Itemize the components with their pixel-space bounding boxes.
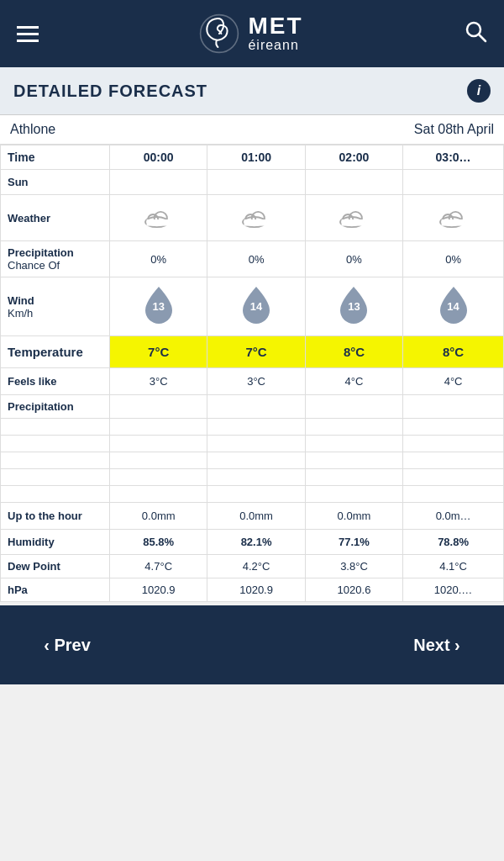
temp-01: 7°C [207,336,305,368]
time-03: 03:0… [403,145,504,170]
humidity-row: Humidity 85.8% 82.1% 77.1% 78.8% [1,530,504,555]
svg-rect-18 [441,219,464,226]
time-label: Time [1,145,110,170]
temp-00: 7°C [110,336,207,368]
time-00: 00:00 [110,145,207,170]
empty-row-3 [1,452,504,469]
search-icon [464,19,487,43]
hpa-label: hPa [1,578,110,602]
sun-01 [207,170,305,195]
app-header: MET éireann [0,0,504,67]
wind-03: 14 [403,277,504,336]
sun-row: Sun [1,170,504,195]
sun-03 [403,170,504,195]
section-title-bar: DETAILED FORECAST i [0,67,504,115]
empty-row-5 [1,486,504,503]
precip2-01 [207,395,305,419]
uphour-00: 0.0mm [110,503,207,530]
wind-label: Wind Km/h [1,277,110,336]
hpa-00: 1020.9 [110,578,207,602]
location-name: Athlone [10,122,55,137]
weather-01 [207,195,305,241]
humidity-label: Humidity [1,530,110,555]
empty-row-4 [1,469,504,486]
dewpoint-row: Dew Point 4.7°C 4.2°C 3.8°C 4.1°C [1,555,504,578]
nav-footer: ‹ Prev Next › [0,605,504,684]
time-01: 01:00 [207,145,305,170]
weather-00 [110,195,207,241]
feels-03: 4°C [403,368,504,395]
weather-row: Weather [1,195,504,241]
empty-row-1 [1,419,504,436]
nav-center-space [134,605,370,684]
uphour-01: 0.0mm [207,503,305,530]
logo-met: MET [248,14,302,38]
humidity-01: 82.1% [207,530,305,555]
temp-02: 8°C [305,336,402,368]
prev-button[interactable]: ‹ Prev [0,605,134,684]
dew-03: 4.1°C [403,555,504,578]
uphour-row: Up to the hour 0.0mm 0.0mm 0.0mm 0.0m… [1,503,504,530]
uphour-label: Up to the hour [1,503,110,530]
time-row: Time 00:00 01:00 02:00 03:0… [1,145,504,170]
forecast-table: Time 00:00 01:00 02:00 03:0… Sun Weather [0,145,504,602]
cloud-icon-00 [143,205,175,229]
location-date: Sat 08th April [414,122,494,137]
sun-label: Sun [1,170,110,195]
logo-spiral-icon [199,13,239,54]
feels-02: 4°C [305,368,402,395]
logo-eireann: éireann [248,38,302,53]
wind-01: 14 [207,277,305,336]
weather-label: Weather [1,195,110,241]
search-button[interactable] [464,19,487,48]
uphour-03: 0.0m… [403,503,504,530]
precip-01: 0% [207,241,305,277]
app-logo: MET éireann [199,13,302,54]
wind-02: 13 [305,277,402,336]
dew-label: Dew Point [1,555,110,578]
svg-rect-6 [146,219,169,226]
hpa-03: 1020.… [403,578,504,602]
svg-line-2 [479,34,486,41]
sun-00 [110,170,207,195]
precip2-label: Precipitation [1,395,110,419]
section-title: DETAILED FORECAST [13,82,207,101]
cloud-icon-03 [438,205,470,229]
cloud-icon-02 [338,205,370,229]
dew-01: 4.2°C [207,555,305,578]
cloud-icon-01 [240,205,272,229]
hpa-row: hPa 1020.9 1020.9 1020.6 1020.… [1,578,504,602]
feels-row: Feels like 3°C 3°C 4°C 4°C [1,368,504,395]
feels-label: Feels like [1,368,110,395]
svg-rect-10 [244,219,267,226]
humidity-00: 85.8% [110,530,207,555]
temp-row: Temperature 7°C 7°C 8°C 8°C [1,336,504,368]
dew-00: 4.7°C [110,555,207,578]
svg-rect-14 [342,219,365,226]
info-button[interactable]: i [467,79,491,103]
precip2-03 [403,395,504,419]
logo-text: MET éireann [248,14,302,53]
empty-row-2 [1,436,504,452]
wind-00: 13 [110,277,207,336]
weather-02 [305,195,402,241]
weather-03 [403,195,504,241]
precip-label: Precipitation Chance Of [1,241,110,277]
hpa-02: 1020.6 [305,578,402,602]
precip-03: 0% [403,241,504,277]
time-02: 02:00 [305,145,402,170]
humidity-02: 77.1% [305,530,402,555]
sun-02 [305,170,402,195]
menu-button[interactable] [17,26,39,42]
feels-00: 3°C [110,368,207,395]
forecast-table-wrapper: Time 00:00 01:00 02:00 03:0… Sun Weather [0,145,504,602]
location-bar: Athlone Sat 08th April [0,115,504,145]
precip2-row: Precipitation [1,395,504,419]
wind-row: Wind Km/h 13 14 13 [1,277,504,336]
precip-02: 0% [305,241,402,277]
next-button[interactable]: Next › [370,605,504,684]
uphour-02: 0.0mm [305,503,402,530]
precip-row: Precipitation Chance Of 0% 0% 0% 0% [1,241,504,277]
feels-01: 3°C [207,368,305,395]
precip2-02 [305,395,402,419]
